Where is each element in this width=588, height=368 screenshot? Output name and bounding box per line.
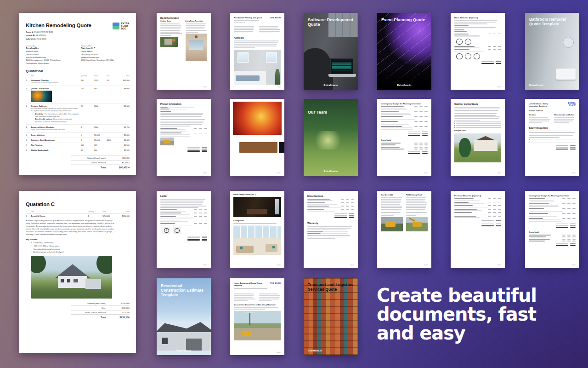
table-row (381, 106, 428, 107)
greek-line (204, 223, 207, 224)
greek-line (498, 34, 501, 34)
template-card-miscellaneous[interactable]: Miscellaneous Warranty (304, 191, 358, 268)
summary-total-row: Total$233,200 (71, 315, 130, 320)
deck-aerial-photo (160, 37, 178, 47)
greek-line (381, 129, 413, 130)
greek-line (556, 227, 568, 228)
greek-line (529, 117, 548, 118)
summary-total-row: Total$90,482.4 (71, 165, 130, 170)
summary-row (160, 237, 207, 238)
prepared-for-block: Prepared for: Gleichner LLC Candy Ebbins… (81, 45, 130, 65)
page-footer (277, 86, 281, 87)
template-card-contingency-budget[interactable]: Contingency budget for Flooring renovati… (377, 99, 431, 176)
address-line: 8541 Havey Lane, Stoughton, WI, USA (81, 59, 130, 62)
greek-line (406, 211, 428, 212)
summary-total-row (381, 135, 428, 136)
greek-line (570, 243, 576, 244)
template-card-residential-construction-cover[interactable]: Residential Construction Estimate Templa… (157, 278, 211, 355)
greek-line (556, 149, 568, 150)
greek-line (204, 213, 207, 213)
greek-line (194, 133, 197, 134)
template-card-deck-renovation[interactable]: Deck Renovation Outdoor Oasis Living Roo… (157, 13, 211, 90)
template-card-software-development-cover[interactable]: Software Development Quote Extraflow.io (304, 13, 358, 90)
greek-line (567, 213, 571, 214)
template-card-premium-materials[interactable]: Premium Materials (Option 3) (451, 191, 505, 268)
greek-line (481, 222, 494, 223)
greek-line (381, 212, 401, 213)
greek-line (406, 197, 426, 198)
shovel-icon (465, 39, 471, 45)
plant-icon (456, 39, 463, 45)
item-title: Beautiful House (31, 215, 86, 217)
greek-line (422, 133, 428, 134)
greek-line (562, 239, 565, 240)
greek-line (572, 218, 576, 219)
greek-line (406, 199, 426, 200)
template-card-event-planning-cover[interactable]: Event Planning Quote Extraflow.io (377, 13, 431, 90)
greek-line (406, 209, 425, 210)
greek-line (351, 202, 354, 203)
greek-line (346, 206, 349, 207)
template-card-image-gallery[interactable] (230, 99, 284, 176)
table-row (307, 202, 354, 203)
template-card-heavy-equipment[interactable]: Heavy Equipment Rental Quote Template TH… (230, 278, 284, 355)
outdoor-living-title: Outdoor Living Space (454, 103, 501, 105)
contingency-title: Contingency budget for Flooring renovati… (381, 103, 428, 105)
template-card-letter[interactable]: Letter (157, 191, 211, 268)
kitchen-quote-document[interactable]: Kitchen Remodeling Quote Quote #: F56CC7… (19, 13, 136, 175)
template-card-transport-logistics-cover[interactable]: Transport and Logistics Services Quote E… (304, 278, 358, 355)
template-card-equipment-specs[interactable]: John Deere 320G PC290LCi Long Reach (377, 191, 431, 268)
greek-line (160, 132, 181, 133)
greek-line (160, 225, 192, 226)
template-card-contingency-budget-2[interactable]: Contingency budget for Flooring renovati… (525, 191, 579, 268)
greek-line (160, 220, 180, 221)
template-card-safety-inspection[interactable]: Lark Gralbert - Safety Inspection Servic… (525, 99, 579, 176)
greek-line (259, 300, 272, 301)
template-card-outdoor-living[interactable]: Outdoor Living Space Backyard Oasis (451, 99, 505, 176)
greek-line (556, 245, 568, 246)
greek-line (493, 49, 496, 50)
greek-line (381, 147, 400, 148)
greek-line (381, 211, 401, 212)
greek-line (160, 27, 181, 28)
greek-line (199, 213, 202, 213)
greek-line (187, 237, 200, 238)
quotation-c-document[interactable]: Quatation C #TitleQuantityPriceTotal1Bea… (19, 191, 136, 353)
greek-line (351, 209, 354, 210)
greek-line (346, 202, 349, 203)
template-card-residential-painting[interactable]: Residential Painting Job Quote THE ARCH … (230, 13, 284, 90)
extraflow-io-footer: ExtraFlow.io (157, 349, 211, 352)
greek-line (160, 202, 203, 203)
key-features-label: Key features: (26, 238, 130, 241)
template-card-bathroom-remodel-cover[interactable]: Bathroom Remodel Quote Template Extraflo… (525, 13, 579, 90)
greek-line (160, 136, 190, 137)
item-title: Smart Lighting (31, 134, 79, 136)
template-card-our-team-cover[interactable]: Our Team Extraflow.io (304, 99, 358, 176)
table-row (454, 202, 501, 203)
greek-line (570, 245, 576, 246)
table-row (160, 132, 207, 133)
greek-line (259, 293, 278, 294)
abstract-orange-artwork (233, 102, 282, 135)
table-row (160, 128, 207, 129)
feature-bullet: •Attached garage and private backyard (31, 251, 130, 253)
template-card-interior-design[interactable]: Interior Design Painting (Opt. 1) Living… (230, 191, 284, 268)
table-row (454, 34, 501, 34)
greek-line (454, 46, 475, 47)
template-card-project-information[interactable]: Project Information (157, 99, 211, 176)
greek-line (160, 206, 206, 207)
template-card-basic-materials[interactable]: Basic Materials (Option 1) (451, 13, 505, 90)
greek-line (160, 209, 177, 210)
greek-line (160, 214, 190, 215)
greek-line (488, 216, 491, 217)
greek-line (381, 209, 401, 210)
dark-bedroom-photo (233, 197, 281, 217)
page-footer (277, 352, 281, 353)
greek-line (186, 32, 199, 33)
summary-row (454, 61, 501, 62)
greek-line (481, 63, 494, 64)
greek-line (349, 217, 354, 218)
greek-line (307, 235, 350, 236)
table-row (454, 216, 501, 217)
greek-line (493, 209, 496, 210)
